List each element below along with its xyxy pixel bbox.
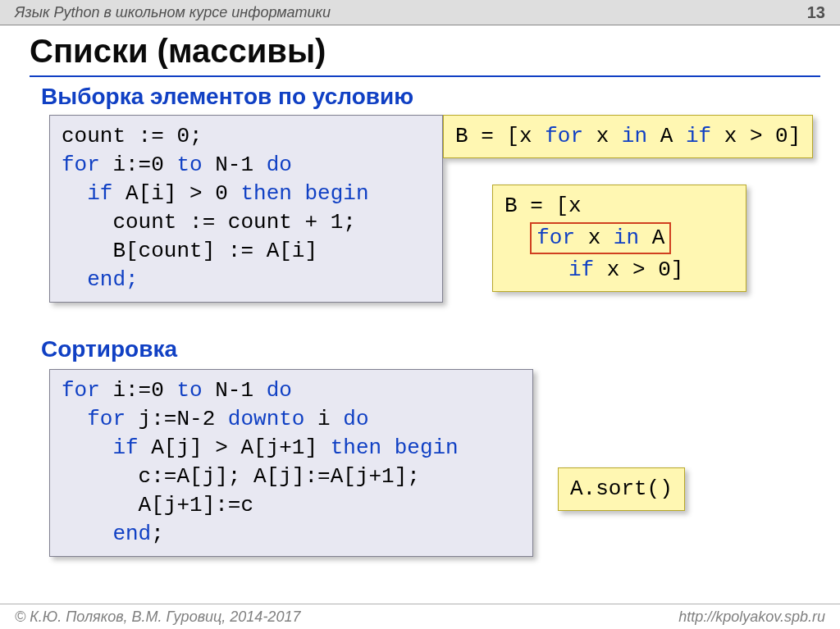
footer-left: © К.Ю. Поляков, В.М. Гуровиц, 2014-2017 [15, 608, 300, 626]
code-text: count := 0; [62, 124, 203, 148]
code-pascal-filter: count := 0; for i:=0 to N-1 do if A[i] >… [49, 115, 443, 303]
kw: do [267, 153, 292, 177]
code-python-sort: A.sort() [558, 467, 685, 511]
code-text: j:=N-2 [126, 407, 228, 431]
page-number: 13 [807, 3, 825, 22]
kw: if [62, 181, 112, 206]
topbar-title: Язык Python в школьном курсе информатики [15, 4, 331, 21]
kw: do [343, 407, 368, 431]
code-text: A [647, 124, 686, 148]
highlight-box: for x in A [530, 222, 671, 254]
kw: do [267, 378, 292, 403]
code-text: N-1 [203, 378, 267, 403]
kw: for [62, 153, 100, 177]
code-text: x > 0] [711, 124, 801, 148]
title-rule [30, 75, 820, 77]
code-text: A[j+1]:=c [62, 493, 253, 517]
main-title: Списки (массивы) [30, 33, 326, 70]
code-text: i:=0 [100, 378, 177, 403]
code-python-filter-multiline: B = [x for x in A if x > 0] [492, 185, 746, 292]
section-title-sort: Сортировка [41, 336, 177, 362]
kw: for [62, 407, 126, 431]
code-text: A[i] > 0 [112, 181, 240, 206]
code-pascal-sort: for i:=0 to N-1 do for j:=N-2 downto i d… [49, 369, 533, 557]
topbar: Язык Python в школьном курсе информатики… [0, 0, 840, 25]
kw: to [176, 153, 202, 177]
kw: to [176, 378, 202, 403]
footer: © К.Ю. Поляков, В.М. Гуровиц, 2014-2017 … [0, 604, 840, 629]
footer-right: http://kpolyakov.spb.ru [678, 608, 825, 626]
slide: Язык Python в школьном курсе информатики… [0, 0, 840, 629]
code-text: B = [x [504, 194, 582, 218]
kw: if [504, 258, 594, 282]
code-text: B = [x [455, 124, 545, 148]
code-text: i:=0 [100, 153, 177, 177]
kw: then begin [331, 435, 459, 460]
code-text: N-1 [203, 153, 267, 177]
kw: end; [62, 267, 139, 292]
kw: then begin [240, 181, 368, 206]
kw: end [62, 522, 151, 546]
code-text: c:=A[j]; A[j]:=A[j+1]; [62, 464, 420, 489]
kw: for [545, 124, 583, 148]
kw: for [62, 378, 100, 403]
kw: in [614, 226, 639, 250]
code-python-filter-oneline: B = [x for x in A if x > 0] [443, 115, 813, 158]
code-text: A [639, 226, 664, 250]
code-text: count := count + 1; [62, 210, 356, 235]
kw: downto [228, 407, 305, 431]
code-text: A[j] > A[j+1] [139, 435, 331, 460]
code-text: ; [151, 522, 164, 546]
code-text: i [304, 407, 343, 431]
code-text: x [575, 226, 614, 250]
kw: if [62, 435, 139, 460]
kw: if [686, 124, 711, 148]
kw: for [536, 226, 575, 250]
code-text: B[count] := A[i] [62, 239, 317, 263]
section-title-filter: Выборка элементов по условию [41, 84, 413, 110]
code-text: x [583, 124, 622, 148]
kw: in [622, 124, 647, 148]
code-text: x > 0] [594, 258, 683, 282]
